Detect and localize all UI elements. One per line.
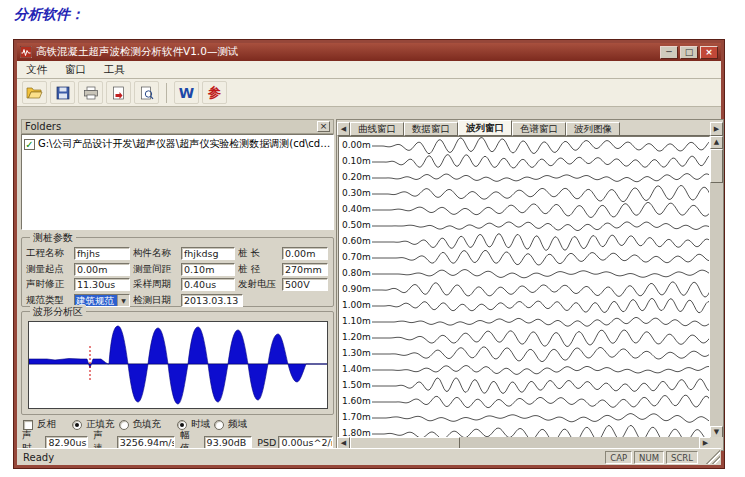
fill-positive-radio[interactable] <box>72 420 82 430</box>
wave-trace <box>372 317 710 326</box>
time-correction-field[interactable]: 11.30us <box>74 278 130 291</box>
folders-panel-header: Folders × <box>21 119 334 134</box>
depth-label: 1.70m <box>342 412 372 422</box>
folders-list[interactable]: ✓ G:\公司产品设计开发\超声仪器\超声仪实验检测数据调测(cd\cd03\c… <box>21 134 334 230</box>
close-button[interactable]: × <box>700 46 718 59</box>
tabbar-spacer <box>620 122 710 136</box>
time-domain-radio[interactable] <box>177 420 187 430</box>
pile-length-label: 桩 长 <box>238 247 282 260</box>
waveform-plot[interactable] <box>28 321 328 409</box>
depth-label: 1.10m <box>342 316 372 326</box>
amplitude-value: 93.90dB <box>204 436 253 449</box>
invert-checkbox[interactable] <box>23 420 33 430</box>
vertical-scroll-thumb[interactable] <box>710 149 723 183</box>
tab-curve-window[interactable]: 曲线窗口 <box>350 122 404 136</box>
menu-window[interactable]: 窗口 <box>56 61 95 79</box>
menu-tools[interactable]: 工具 <box>95 61 134 79</box>
wave-trace <box>372 222 710 231</box>
time-correction-label: 声时修正 <box>26 278 74 291</box>
toolbar: W 参 <box>17 79 721 107</box>
depth-label: 1.30m <box>342 348 372 358</box>
depth-label: 1.50m <box>342 380 372 390</box>
depth-label: 1.40m <box>342 364 372 374</box>
minimize-button[interactable]: ─ <box>660 46 678 59</box>
resize-grip[interactable] <box>706 450 720 464</box>
tab-scroll-left-icon[interactable]: ◀ <box>337 122 350 136</box>
voltage-label: 发射电压 <box>238 278 282 291</box>
wave-list-view[interactable]: 0.00m0.10m0.20m0.30m0.40m0.50m0.60m0.70m… <box>338 136 710 438</box>
wave-list-panel: ◀ 曲线窗口 数据窗口 波列窗口 色谱窗口 波列图像 ▶ 0.00m0.10m0… <box>336 119 724 451</box>
interval-label: 测量间距 <box>133 263 181 276</box>
word-button[interactable]: W <box>174 81 199 104</box>
voltage-field[interactable]: 500V <box>282 278 328 291</box>
psd-value: 0.00us^2/m <box>278 436 333 449</box>
chevron-down-icon[interactable]: ▼ <box>117 295 129 306</box>
maximize-button[interactable]: □ <box>680 46 698 59</box>
wave-trace <box>372 378 710 394</box>
app-icon <box>20 46 32 58</box>
wave-trace <box>372 347 710 362</box>
preview-icon <box>140 86 154 100</box>
waveform-trace <box>29 322 327 408</box>
depth-label: 0.20m <box>342 172 372 182</box>
checkbox-checked-icon[interactable]: ✓ <box>24 139 35 150</box>
start-point-field[interactable]: 0.00m <box>74 263 130 276</box>
menu-file[interactable]: 文件 <box>17 61 56 79</box>
open-button[interactable] <box>22 81 47 104</box>
wave-trace <box>372 330 710 347</box>
folders-close-button[interactable]: × <box>317 121 330 132</box>
save-button[interactable] <box>50 81 75 104</box>
pile-length-field[interactable]: 0.00m <box>282 247 328 260</box>
menubar: 文件 窗口 工具 <box>17 61 721 79</box>
print-button[interactable] <box>78 81 103 104</box>
sound-time-value: 82.90us <box>45 436 88 449</box>
folder-item[interactable]: ✓ G:\公司产品设计开发\超声仪器\超声仪实验检测数据调测(cd\cd03\c… <box>22 135 333 153</box>
titlebar[interactable]: 高铁混凝土超声波检测分析软件V1.0—测试 ─ □ × <box>17 43 721 61</box>
cap-indicator: CAP <box>605 451 632 464</box>
waveform-analysis-title: 波形分析区 <box>30 305 86 319</box>
pile-params-group: 测桩参数 工程名称 fhjhs 构件名称 fhjkdsg 桩 长 0.00m 测… <box>21 237 334 307</box>
preview-button[interactable] <box>134 81 159 104</box>
window-title: 高铁混凝土超声波检测分析软件V1.0—测试 <box>36 45 658 59</box>
open-folder-icon <box>26 86 43 100</box>
printer-icon <box>83 86 99 100</box>
tab-data-window[interactable]: 数据窗口 <box>404 122 458 136</box>
component-name-field[interactable]: fhjkdsg <box>181 247 235 260</box>
status-text: Ready <box>17 452 605 463</box>
page-heading: 分析软件： <box>14 6 84 24</box>
interval-field[interactable]: 0.10m <box>181 263 235 276</box>
freq-domain-label: 频域 <box>228 418 247 431</box>
export-icon <box>112 86 125 100</box>
sample-period-field[interactable]: 0.40us <box>181 278 235 291</box>
project-name-field[interactable]: fhjhs <box>74 247 130 260</box>
vertical-scrollbar[interactable]: ▲ ▼ <box>710 136 723 439</box>
folders-title: Folders <box>25 121 61 132</box>
tab-scroll-right-icon[interactable]: ▶ <box>710 122 723 136</box>
project-name-label: 工程名称 <box>26 247 74 260</box>
ref-button[interactable]: 参 <box>202 81 227 104</box>
toolbar-separator <box>166 83 167 103</box>
pile-params-title: 测桩参数 <box>30 231 76 245</box>
fill-negative-label: 负填充 <box>133 418 162 431</box>
tab-wavetrain-image[interactable]: 波列图像 <box>566 122 620 136</box>
wave-trace <box>372 414 710 423</box>
ref-icon: 参 <box>208 84 221 102</box>
freq-domain-radio[interactable] <box>214 420 224 430</box>
wave-trace <box>372 426 710 438</box>
test-date-field[interactable]: 2013.03.13 <box>181 294 243 307</box>
wave-trace <box>372 186 710 202</box>
fill-negative-radio[interactable] <box>119 420 129 430</box>
wave-trace <box>372 250 710 265</box>
scroll-up-icon[interactable]: ▲ <box>710 136 723 149</box>
component-name-label: 构件名称 <box>133 247 181 260</box>
diameter-field[interactable]: 270mm <box>282 263 328 276</box>
wave-trace <box>372 270 710 278</box>
wave-trace <box>372 202 710 217</box>
tab-chromatogram-window[interactable]: 色谱窗口 <box>512 122 566 136</box>
tab-wavetrain-window[interactable]: 波列窗口 <box>458 120 512 136</box>
export-button[interactable] <box>106 81 131 104</box>
depth-label: 0.30m <box>342 188 372 198</box>
test-date-label: 检测日期 <box>133 294 181 307</box>
statusbar: Ready CAP NUM SCRL <box>17 448 721 465</box>
tabbar: ◀ 曲线窗口 数据窗口 波列窗口 色谱窗口 波列图像 ▶ <box>337 120 723 136</box>
